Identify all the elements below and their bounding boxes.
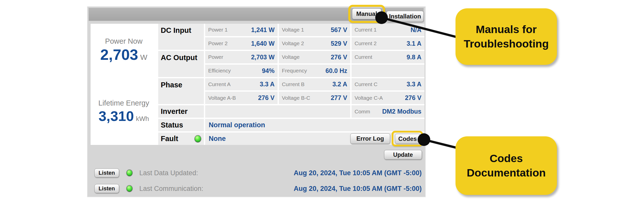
section-phase: Phase (158, 78, 204, 104)
dc-current1-label: Current 1 (355, 27, 377, 33)
last-communication-value: Aug 20, 2024, Tue 10:05 AM (GMT -5:00) (294, 185, 422, 193)
inverter-status-panel: Manual Installation Power Now 2,703 W Li… (87, 6, 426, 197)
ac-power-label: Power (208, 54, 223, 60)
section-inverter: Inverter (158, 105, 204, 118)
installation-button[interactable]: Installation (386, 11, 424, 22)
dc-current2-label: Current 2 (355, 40, 377, 46)
ac-current-cell: Current 9.8 A (352, 51, 424, 63)
last-data-updated-value: Aug 20, 2024, Tue 10:05 AM (GMT -5:00) (294, 169, 422, 177)
manuals-callout: Manuals for Troubleshooting (455, 8, 557, 65)
listen-button-2[interactable]: Listen (94, 184, 119, 193)
codes-callout-line2: Documentation (467, 166, 546, 180)
ac-power-cell: Power 2,703 W (205, 51, 278, 63)
fault-label: Fault (161, 135, 178, 143)
empty-cell (352, 65, 424, 77)
dc-current2-cell: Current 2 3.1 A (352, 37, 424, 50)
dc-power1-cell: Power 1 1,241 W (205, 24, 278, 36)
dc-current2-value: 3.1 A (407, 40, 421, 47)
phase-current-a-value: 3.3 A (260, 81, 275, 88)
last-communication-label: Last Communication: (139, 185, 294, 193)
phase-current-b-cell: Current B 3.2 A (279, 78, 350, 91)
status-value: Normal operation (205, 119, 424, 131)
dc-voltage1-value: 567 V (331, 26, 347, 34)
frequency-cell: Frequency 60.0 Hz (279, 65, 350, 77)
phase-current-c-label: Current C (355, 81, 378, 87)
dc-power2-cell: Power 2 1,640 W (205, 37, 278, 50)
power-now-value: 2,703 (100, 46, 138, 63)
section-dc-input: DC Input (158, 24, 204, 50)
ac-voltage-cell: Voltage 276 V (279, 51, 350, 63)
communication-led-icon (126, 185, 133, 192)
efficiency-cell: Efficiency 94% (205, 65, 278, 77)
power-now-label: Power Now (105, 37, 142, 45)
phase-current-b-value: 3.2 A (332, 81, 347, 88)
phase-voltage-bc-value: 277 V (331, 94, 347, 101)
comm-cell: Comm DM2 Modbus (352, 105, 424, 118)
dc-power1-value: 1,241 W (251, 26, 275, 34)
codes-callout: Codes Documentation (455, 136, 557, 195)
section-status: Status (158, 119, 204, 131)
manual-highlight-ring (348, 5, 385, 23)
lifetime-energy-value: 3,310 (98, 108, 134, 124)
lifetime-energy-unit: kWh (136, 115, 149, 123)
dc-power1-label: Power 1 (208, 27, 228, 33)
manuals-callout-line2: Troubleshooting (464, 37, 549, 51)
ac-voltage-label: Voltage (282, 54, 300, 60)
comm-value: DM2 Modbus (382, 108, 421, 115)
inverter-data-table: Power Now 2,703 W Lifetime Energy 3,310 … (91, 24, 424, 145)
frequency-value: 60.0 Hz (326, 67, 347, 74)
comm-label: Comm (355, 109, 370, 115)
ac-voltage-value: 276 V (331, 54, 347, 61)
phase-voltage-ca-label: Voltage C-A (355, 95, 383, 101)
update-button[interactable]: Update (384, 150, 422, 160)
last-communication-row: Listen Last Communication: Aug 20, 2024,… (94, 184, 422, 193)
error-log-button[interactable]: Error Log (350, 133, 390, 144)
manuals-callout-line1: Manuals for (476, 22, 536, 37)
power-now-card: Power Now 2,703 W (91, 24, 157, 77)
dc-voltage2-label: Voltage 2 (282, 40, 304, 46)
efficiency-value: 94% (262, 67, 275, 74)
phase-voltage-ab-label: Voltage A-B (208, 95, 236, 101)
ac-power-value: 2,703 W (251, 54, 275, 61)
dc-voltage1-cell: Voltage 1 567 V (279, 24, 350, 36)
dc-voltage1-label: Voltage 1 (282, 27, 304, 33)
frequency-label: Frequency (282, 68, 307, 74)
phase-voltage-bc-label: Voltage B-C (282, 95, 310, 101)
dc-power2-label: Power 2 (208, 40, 228, 46)
efficiency-label: Efficiency (208, 68, 231, 74)
dc-voltage2-cell: Voltage 2 529 V (279, 37, 350, 50)
section-fault: Fault (158, 133, 204, 145)
dc-power2-value: 1,640 W (251, 40, 275, 47)
phase-current-a-label: Current A (208, 81, 231, 87)
lifetime-energy-label: Lifetime Energy (98, 99, 149, 107)
lifetime-energy-card: Lifetime Energy 3,310 kWh (91, 78, 157, 145)
fault-status-led-icon (194, 135, 201, 143)
dc-voltage2-value: 529 V (331, 40, 347, 47)
last-data-updated-row: Listen Last Data Updated: Aug 20, 2024, … (94, 168, 422, 177)
phase-current-c-cell: Current C 3.3 A (352, 78, 424, 91)
ac-current-value: 9.8 A (407, 54, 421, 61)
codes-callout-line1: Codes (490, 151, 523, 166)
codes-highlight-ring (392, 131, 423, 146)
data-updated-led-icon (126, 169, 133, 176)
phase-current-b-label: Current B (282, 81, 305, 87)
power-now-unit: W (140, 53, 147, 62)
section-ac-output: AC Output (158, 51, 204, 77)
inverter-empty-cell (205, 105, 350, 118)
phase-voltage-ca-value: 276 V (405, 94, 421, 101)
dc-current1-value: N/A (411, 26, 421, 34)
phase-voltage-ca-cell: Voltage C-A 276 V (352, 92, 424, 104)
phase-current-a-cell: Current A 3.3 A (205, 78, 278, 91)
phase-current-c-value: 3.3 A (407, 81, 421, 88)
phase-voltage-ab-value: 276 V (258, 94, 275, 101)
dc-current1-cell: Current 1 N/A (352, 24, 424, 36)
ac-current-label: Current (355, 54, 372, 60)
phase-voltage-ab-cell: Voltage A-B 276 V (205, 92, 278, 104)
last-data-updated-label: Last Data Updated: (139, 169, 294, 177)
listen-button-1[interactable]: Listen (94, 168, 119, 177)
phase-voltage-bc-cell: Voltage B-C 277 V (279, 92, 350, 104)
